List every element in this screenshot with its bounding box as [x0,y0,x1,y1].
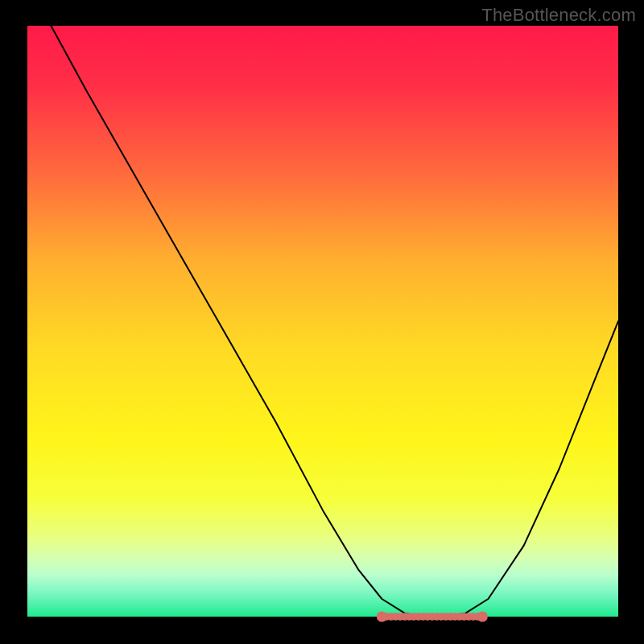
bottleneck-chart [0,0,644,644]
svg-point-24 [477,611,488,621]
watermark-text: TheBottleneck.com [481,5,636,26]
chart-container: TheBottleneck.com [0,0,644,644]
plot-background [27,26,618,617]
svg-point-23 [377,611,387,621]
